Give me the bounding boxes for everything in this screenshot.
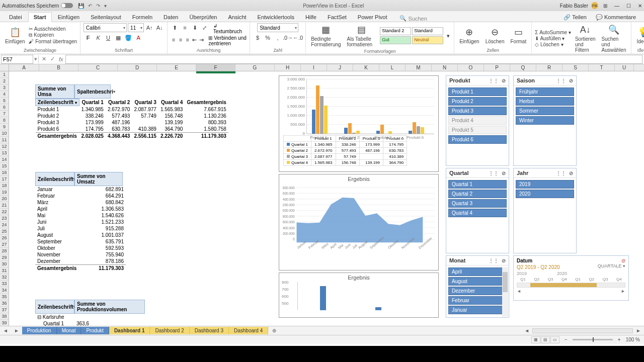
insert-cells-button[interactable]: ⊕Einfügen — [457, 26, 481, 45]
close-icon[interactable]: ✕ — [638, 3, 642, 9]
row-header[interactable]: 20 — [0, 196, 9, 202]
sheet-tab[interactable]: Produktion — [22, 327, 57, 334]
sheet-tab[interactable]: Dashboard 4 — [229, 327, 268, 334]
fx-icon[interactable]: fx — [59, 56, 63, 62]
slicer-item[interactable]: Produkt 2 — [448, 97, 507, 106]
multi-select-icon[interactable]: ⋮⋮ — [489, 170, 499, 176]
sheet-tab[interactable]: Produkt — [81, 327, 109, 334]
ribbon-tab-daten[interactable]: Daten — [158, 13, 183, 22]
wrap-text-button[interactable]: ↲ Textumbruch — [213, 23, 247, 34]
row-header[interactable]: 11 — [0, 137, 9, 143]
row-header[interactable]: 8 — [0, 117, 9, 124]
col-header[interactable]: R — [536, 64, 562, 71]
chart-bars-ergebnis2[interactable]: Ergebnis 800 700 600 500 — [279, 273, 439, 318]
user-account[interactable]: Fabio Basler FB — [560, 2, 598, 9]
row-header[interactable]: 36 — [0, 300, 9, 307]
slicer-item[interactable]: Produkt 5 — [448, 126, 507, 134]
slicer-item[interactable]: 2020 — [516, 190, 574, 198]
border-icon[interactable]: ▦ — [114, 33, 123, 42]
slicer-item[interactable]: Januar — [448, 306, 507, 314]
align-center-icon[interactable]: ≡ — [178, 35, 184, 44]
undo-icon[interactable]: ↶ — [88, 3, 92, 9]
slicer-produkt[interactable]: Produkt⋮⋮⊘Produkt 1Produkt 2Produkt 3Pro… — [446, 75, 509, 166]
slicer-item[interactable]: Dezember — [448, 287, 507, 295]
col-header[interactable]: T — [589, 64, 615, 71]
align-left-icon[interactable]: ≡ — [171, 35, 177, 44]
sheet-nav-prev-icon[interactable]: ◄ — [0, 328, 11, 333]
col-header[interactable]: B — [39, 64, 78, 71]
row-header[interactable]: 16 — [0, 169, 9, 176]
col-header[interactable]: J — [327, 64, 353, 71]
slicer-item[interactable]: August — [448, 277, 507, 286]
save-icon[interactable]: 💾 — [78, 3, 84, 9]
hscrollbar[interactable] — [532, 328, 633, 333]
shrink-font-icon[interactable]: A↓ — [155, 23, 164, 32]
col-header[interactable]: S — [562, 64, 589, 71]
row-header[interactable]: 7 — [0, 111, 9, 117]
pivot-table-months[interactable]: Zeilenbeschrift▾ Summe von Umsatz Januar… — [35, 172, 126, 272]
font-color-icon[interactable]: A — [134, 33, 143, 42]
align-bot-icon[interactable]: ⬇ — [190, 23, 199, 32]
ribbon-mode-icon[interactable]: ⊞ — [603, 3, 607, 9]
enter-fx-icon[interactable]: ✓ — [50, 56, 55, 62]
row-header[interactable]: 23 — [0, 215, 9, 222]
row-header[interactable]: 32 — [0, 274, 9, 281]
cancel-fx-icon[interactable]: ✕ — [42, 56, 46, 62]
font-size-combo[interactable]: 11 — [128, 23, 144, 32]
copy-button[interactable]: ⧉ Kopieren — [29, 32, 77, 38]
currency-icon[interactable]: $ — [253, 33, 262, 42]
row-header[interactable]: 38 — [0, 313, 9, 320]
ribbon-tab-ansicht[interactable]: Ansicht — [223, 13, 251, 22]
zoom-out-icon[interactable]: − — [565, 337, 568, 342]
collapse-ribbon-icon[interactable]: ⌃ — [638, 47, 642, 53]
row-header[interactable]: 6 — [0, 104, 9, 111]
timeline-prev-icon[interactable]: ◄ — [517, 289, 521, 294]
italic-icon[interactable]: K — [94, 33, 103, 42]
cell-style[interactable]: Neutral — [412, 36, 443, 44]
ribbon-tab-überprüfen[interactable]: Überprüfen — [184, 13, 222, 22]
autosave-toggle[interactable]: Automatisches Speichern — [2, 3, 73, 9]
slicer-jahr[interactable]: Jahr⋮⋮⊘20192020 — [513, 168, 577, 253]
clear-filter-icon[interactable]: ⊘ — [621, 258, 625, 263]
row-header[interactable]: 33 — [0, 281, 9, 287]
number-format-combo[interactable]: Standard — [257, 23, 298, 32]
row-header[interactable]: 15 — [0, 163, 9, 169]
formula-input[interactable] — [65, 55, 642, 64]
comments-button[interactable]: 💬 Kommentare — [592, 13, 640, 22]
delete-cells-button[interactable]: ⊖Löschen — [484, 26, 507, 45]
row-header[interactable]: 22 — [0, 209, 9, 215]
font-name-combo[interactable]: Calibri — [84, 23, 127, 32]
slicer-item[interactable]: April — [448, 267, 507, 276]
add-sheet-icon[interactable]: ⊕ — [268, 327, 280, 334]
slicer-item[interactable]: Produkt 3 — [448, 107, 507, 115]
row-header[interactable]: 9 — [0, 124, 9, 130]
view-layout-icon[interactable]: ▤ — [541, 336, 550, 343]
ribbon-tab-factset[interactable]: FactSet — [323, 13, 352, 22]
grow-font-icon[interactable]: A↑ — [145, 23, 154, 32]
timeline-unit[interactable]: QUARTALE ▾ — [598, 263, 625, 271]
sheet-nav-next-icon[interactable]: ► — [11, 328, 22, 333]
sheet-tab[interactable]: Monat — [57, 327, 82, 334]
row-header[interactable]: 24 — [0, 222, 9, 228]
align-top-icon[interactable]: ⬆ — [171, 23, 180, 32]
clear-filter-icon[interactable]: ⊘ — [502, 258, 506, 263]
row-header[interactable]: 34 — [0, 287, 9, 294]
col-header[interactable]: U — [615, 64, 634, 71]
row-header[interactable]: 19 — [0, 189, 9, 196]
row-header[interactable]: 28 — [0, 248, 9, 254]
sort-filter-button[interactable]: A↓Sortieren und Filtern — [573, 24, 598, 54]
ribbon-tab-start[interactable]: Start — [28, 12, 52, 22]
zoom-in-icon[interactable]: + — [618, 337, 621, 342]
slicer-item[interactable]: Produkt 6 — [448, 135, 507, 144]
row-header[interactable]: 37 — [0, 307, 9, 313]
slicer-item[interactable]: Sommer — [516, 107, 574, 115]
col-header[interactable]: L — [379, 64, 406, 71]
row-header[interactable]: 14 — [0, 156, 9, 163]
ribbon-tab-power pivot[interactable]: Power Pivot — [353, 13, 392, 22]
format-cells-button[interactable]: ▭Format — [508, 26, 528, 45]
multi-select-icon[interactable]: ⋮⋮ — [556, 78, 566, 83]
slicer-item[interactable]: Produkt 1 — [448, 87, 507, 96]
col-header[interactable]: C — [78, 64, 118, 71]
row-header[interactable]: 18 — [0, 183, 9, 189]
row-header[interactable]: 4 — [0, 91, 9, 98]
